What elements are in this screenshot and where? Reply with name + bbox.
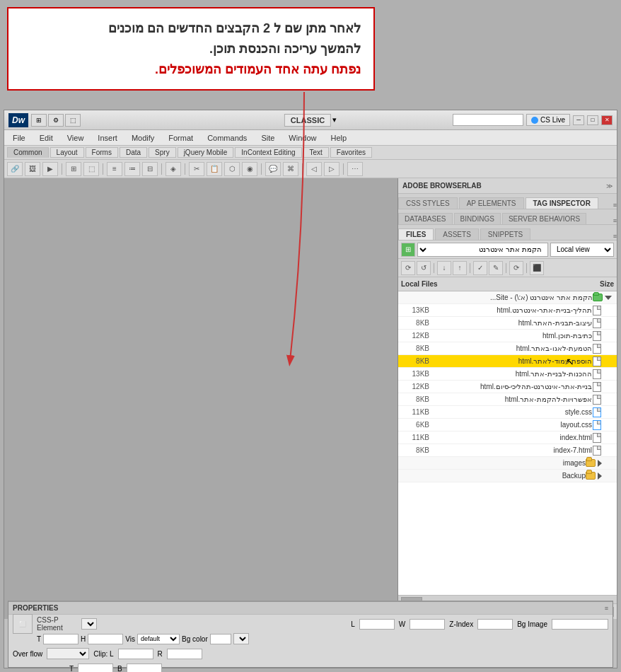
- props-overflow-select[interactable]: [47, 648, 89, 659]
- props-bgimage-input[interactable]: [552, 619, 608, 630]
- menu-commands[interactable]: Commands: [204, 132, 250, 144]
- file-item-index-html[interactable]: index.html 11KB: [398, 431, 617, 444]
- tab-favorites[interactable]: Favorites: [330, 147, 372, 158]
- menu-view[interactable]: View: [64, 132, 87, 144]
- props-clip-b-input[interactable]: [127, 664, 162, 673]
- files-expand-icon[interactable]: ⬛: [530, 261, 544, 275]
- menu-site[interactable]: Site: [258, 132, 277, 144]
- tool-snip1[interactable]: ✂: [189, 162, 204, 176]
- tool-ul[interactable]: ≡: [107, 162, 122, 176]
- tool-media[interactable]: ▶: [42, 162, 58, 176]
- props-clip-r-input[interactable]: [167, 649, 202, 659]
- tool-comment[interactable]: 💬: [265, 162, 281, 176]
- files-put-icon[interactable]: ↑: [453, 261, 467, 275]
- file-item-8[interactable]: אפשרויות-להקמת-אתר.html 8KB: [398, 393, 617, 406]
- minimize-button[interactable]: ─: [573, 115, 584, 125]
- files-checkout-icon[interactable]: ✎: [489, 261, 503, 275]
- props-color-dropdown[interactable]: [233, 633, 249, 644]
- tool-image[interactable]: 🖼: [25, 162, 40, 176]
- tab-server-behaviors[interactable]: SERVER BEHAVIORS: [502, 213, 586, 224]
- tool-dl[interactable]: ⊟: [142, 162, 158, 176]
- search-input[interactable]: [453, 114, 523, 126]
- tool-php[interactable]: ⌘: [283, 162, 298, 176]
- files-checkin-icon[interactable]: ✓: [473, 261, 487, 275]
- props-h-input[interactable]: [88, 634, 123, 644]
- tool-ol[interactable]: ≔: [124, 162, 140, 176]
- tab-css-styles[interactable]: CSS STYLES: [398, 197, 458, 209]
- props-t-input[interactable]: [43, 634, 79, 644]
- close-button[interactable]: ✕: [601, 115, 613, 125]
- props-clip-l-input[interactable]: [118, 649, 153, 659]
- tool-table[interactable]: ⊞: [66, 162, 81, 176]
- tab-files[interactable]: FILES: [398, 228, 434, 240]
- props-clip-t-input[interactable]: [78, 664, 113, 673]
- preferences-button[interactable]: ⚙: [48, 114, 64, 127]
- file-item-6[interactable]: ההכנות-לבניית-אתר.html 13KB: [398, 368, 617, 381]
- workspace-dropdown-arrow[interactable]: ▾: [332, 115, 337, 124]
- menu-format[interactable]: Format: [166, 132, 196, 144]
- panel-options-button2[interactable]: ≡: [613, 217, 617, 224]
- files-get-icon[interactable]: ↓: [437, 261, 451, 275]
- tool-snip2[interactable]: 📋: [207, 162, 222, 176]
- props-color-swatch[interactable]: [210, 634, 231, 644]
- menu-help[interactable]: Help: [327, 132, 349, 144]
- file-item-site-root[interactable]: הקמת אתר אינטרנט (א:\) - Site...: [398, 291, 617, 304]
- tool-snip4[interactable]: ◉: [242, 162, 257, 176]
- props-zindex-input[interactable]: [477, 619, 513, 630]
- extend-button[interactable]: ⬚: [65, 114, 81, 127]
- menu-insert[interactable]: Insert: [95, 132, 120, 144]
- tab-databases[interactable]: DATABASES: [398, 213, 453, 224]
- tab-common[interactable]: Common: [7, 147, 49, 158]
- menu-window[interactable]: Window: [286, 132, 319, 144]
- tab-snippets[interactable]: SNIPPETS: [480, 228, 530, 240]
- tab-layout[interactable]: Layout: [50, 147, 84, 158]
- tab-ap-elements[interactable]: AP ELEMENTS: [459, 197, 524, 209]
- file-item-style-css[interactable]: style.css 11KB: [398, 406, 617, 419]
- restore-button[interactable]: □: [587, 115, 598, 125]
- panel-options-button3[interactable]: ≡: [613, 233, 617, 240]
- file-item-images-folder[interactable]: images: [398, 457, 617, 470]
- menu-edit[interactable]: Edit: [37, 132, 56, 144]
- props-w-input[interactable]: [410, 619, 445, 630]
- cs-live-button[interactable]: CS Live: [526, 114, 570, 126]
- file-item-2[interactable]: עיצוב-תבנית-האתר.html 8KB: [398, 317, 617, 330]
- menu-modify[interactable]: Modify: [129, 132, 157, 144]
- file-item-4[interactable]: הטמעת-לאגו-באתר.html 8KB: [398, 342, 617, 355]
- props-l-input[interactable]: [359, 619, 395, 630]
- files-sync-icon[interactable]: ⟳: [509, 261, 523, 275]
- css-element-dropdown[interactable]: [81, 618, 97, 630]
- tool-insert-div[interactable]: ⬚: [83, 162, 99, 176]
- tool-widget[interactable]: ◈: [166, 162, 181, 176]
- tool-snip3[interactable]: ⬡: [224, 162, 240, 176]
- tab-forms[interactable]: Forms: [86, 147, 118, 158]
- file-item-layout-css[interactable]: layout.css 6KB: [398, 419, 617, 431]
- tab-data[interactable]: Data: [120, 147, 147, 158]
- site-dropdown[interactable]: הקמת אתר אינטרנט: [417, 243, 548, 257]
- connect-button[interactable]: ⊞: [401, 243, 415, 257]
- file-item-3[interactable]: כתיבת-תוכן.html 12KB: [398, 330, 617, 342]
- tool-head[interactable]: ◁: [306, 162, 322, 176]
- panel-options-button[interactable]: ≡: [613, 202, 617, 209]
- file-item-index7-html[interactable]: index-7.html 8KB: [398, 444, 617, 457]
- menu-file[interactable]: File: [10, 132, 28, 144]
- tab-incontext[interactable]: InContext Editing: [235, 147, 301, 158]
- tab-assets[interactable]: ASSETS: [435, 228, 478, 240]
- tab-tag-inspector[interactable]: TAG INSPECTOR: [526, 197, 598, 209]
- classic-workspace-button[interactable]: CLASSIC: [284, 114, 331, 127]
- tab-bindings[interactable]: BINDINGS: [454, 213, 501, 224]
- tab-text[interactable]: Text: [303, 147, 329, 158]
- tool-meta[interactable]: ▷: [324, 162, 339, 176]
- workspace-switcher-button[interactable]: ⊞: [31, 114, 47, 127]
- tab-spry[interactable]: Spry: [149, 147, 176, 158]
- tab-jquery[interactable]: jQuery Mobile: [178, 147, 234, 158]
- files-connect-icon[interactable]: ⟳: [401, 261, 415, 275]
- props-options-button[interactable]: ≡: [605, 605, 608, 612]
- panel-collapse-button[interactable]: ≫: [606, 183, 613, 190]
- file-item-backup-folder[interactable]: Backup: [398, 470, 617, 482]
- file-item-1[interactable]: תהליך-בניית-אתר-אינטרנט.html 13KB: [398, 304, 617, 317]
- file-item-5-selected[interactable]: הוספת-עמוד-לאתר.html 8KB ↖: [398, 355, 617, 368]
- view-dropdown[interactable]: Local view: [550, 243, 614, 257]
- tool-hyperlink[interactable]: 🔗: [7, 162, 23, 176]
- files-refresh-icon[interactable]: ↺: [417, 261, 431, 275]
- props-vis-select[interactable]: default: [137, 634, 180, 644]
